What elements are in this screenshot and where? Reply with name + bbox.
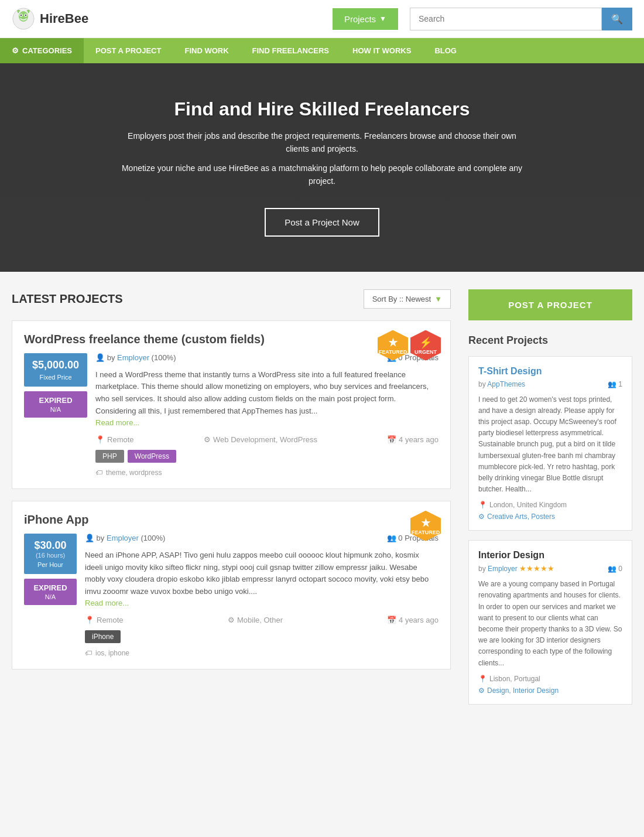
nav-categories-label: CATEGORIES bbox=[22, 46, 72, 55]
location-2: 📍 Remote bbox=[85, 616, 124, 624]
recent-author-1: by AppThemes bbox=[478, 380, 525, 388]
card-desc-1: I need a WordPress theme that instantly … bbox=[95, 369, 439, 418]
nav-blog[interactable]: BLOG bbox=[423, 38, 468, 63]
recent-card-desc-1: I need to get 20 women's vest tops print… bbox=[478, 394, 622, 496]
tag-icon-1: 🏷 bbox=[95, 469, 102, 477]
time-ago-2: 📅 4 years ago bbox=[387, 616, 439, 624]
employer-pct-1: (100%) bbox=[152, 353, 176, 362]
hero-cta-label: Post a Project Now bbox=[285, 217, 359, 227]
user-icon-2: 👤 bbox=[85, 534, 94, 542]
card-footer-1: 📍 Remote ⚙ Web Development, WordPress 📅 … bbox=[95, 435, 439, 444]
hero-title: Find and Hire Skilled Freelancers bbox=[117, 98, 527, 120]
latest-projects-title: LATEST PROJECTS bbox=[12, 292, 123, 306]
logo-text: HireBee bbox=[40, 11, 88, 26]
projects-arrow-icon: ▼ bbox=[379, 15, 386, 23]
recent-location-1: 📍 London, United Kingdom bbox=[478, 501, 622, 509]
featured-badge: ★ FEATURED bbox=[378, 330, 408, 361]
recent-proposals-1: 👥 1 bbox=[608, 380, 622, 388]
price-type-2: Per Hour bbox=[32, 561, 68, 568]
search-input[interactable] bbox=[410, 8, 602, 30]
recent-card-2: Interior Design by Employer ★★★★★ 👥 0 We… bbox=[468, 540, 632, 705]
post-project-button[interactable]: POST A PROJECT bbox=[468, 289, 632, 320]
hero-section: Find and Hire Skilled Freelancers Employ… bbox=[0, 63, 644, 272]
logo-icon bbox=[12, 7, 35, 30]
recent-location-2: 📍 Lisbon, Portugal bbox=[478, 675, 622, 683]
project-title-2[interactable]: iPhone App bbox=[24, 513, 439, 527]
proposals-icon-2: 👥 bbox=[387, 534, 396, 542]
expired-box-2: EXPIRED N/A bbox=[24, 579, 77, 605]
price-col-1: $5,000.00 Fixed Price EXPIRED N/A bbox=[24, 353, 87, 477]
nav-how-it-works-label: HOW IT WORKS bbox=[352, 46, 411, 55]
nav-find-freelancers-label: FIND FREELANCERS bbox=[252, 46, 329, 55]
card-badges-2: ★ FEATURED bbox=[410, 511, 441, 541]
recent-author-link-1[interactable]: AppThemes bbox=[487, 380, 525, 388]
nav-categories[interactable]: ⚙ CATEGORIES bbox=[0, 38, 84, 63]
recent-card-title-1[interactable]: T-Shirt Design bbox=[478, 366, 622, 377]
card-badges-1: ★ FEATURED ⚡ URGENT bbox=[378, 330, 441, 361]
recent-category-1: ⚙ Creative Arts, Posters bbox=[478, 513, 622, 521]
price-type-1: Fixed Price bbox=[32, 374, 79, 381]
skill-tag-php[interactable]: PHP bbox=[95, 450, 124, 463]
nav-find-freelancers[interactable]: FIND FREELANCERS bbox=[241, 38, 341, 63]
recent-category-icon-2: ⚙ bbox=[478, 686, 485, 695]
price-amount-2: $30.00 bbox=[32, 539, 68, 552]
latest-projects-header: LATEST PROJECTS Sort By :: Newest ▼ bbox=[12, 289, 451, 309]
price-col-2: $30.00 (16 hours) Per Hour EXPIRED N/A bbox=[24, 534, 77, 657]
sort-button[interactable]: Sort By :: Newest ▼ bbox=[364, 289, 451, 309]
projects-btn-label: Projects bbox=[344, 14, 376, 24]
projects-button[interactable]: Projects ▼ bbox=[333, 8, 398, 30]
calendar-icon-1: 📅 bbox=[387, 435, 396, 444]
featured-badge-2: ★ FEATURED bbox=[410, 511, 441, 541]
sort-label: Sort By :: Newest bbox=[372, 295, 431, 303]
recent-card-meta-2: by Employer ★★★★★ 👥 0 bbox=[478, 564, 622, 573]
location-icon-1: 📍 bbox=[95, 435, 105, 444]
card-tags-2: 🏷 ios, iphone bbox=[85, 649, 439, 657]
calendar-icon-2: 📅 bbox=[387, 616, 396, 624]
employer-pct-2: (100%) bbox=[141, 534, 166, 542]
recent-author-2: by Employer ★★★★★ bbox=[478, 564, 554, 573]
nav-find-work-label: FIND WORK bbox=[184, 46, 228, 55]
project-title-1[interactable]: WordPress freelance theme (custom fields… bbox=[24, 333, 439, 346]
employer-info-2: 👤 by Employer (100%) bbox=[85, 534, 165, 542]
skill-tag-iphone[interactable]: iPhone bbox=[85, 630, 121, 643]
price-box-2: $30.00 (16 hours) Per Hour bbox=[24, 534, 77, 574]
nav-post-project-label: POST A PROJECT bbox=[95, 46, 161, 55]
search-bar: 🔍 bbox=[410, 8, 632, 30]
location-icon-2: 📍 bbox=[85, 616, 94, 624]
post-project-label: POST A PROJECT bbox=[508, 300, 592, 310]
employer-link-2[interactable]: Employer bbox=[107, 534, 139, 542]
employer-link-1[interactable]: Employer bbox=[117, 353, 149, 362]
nav-blog-label: BLOG bbox=[434, 46, 457, 55]
nav-find-work[interactable]: FIND WORK bbox=[173, 38, 240, 63]
left-column: LATEST PROJECTS Sort By :: Newest ▼ ★ FE… bbox=[12, 289, 468, 714]
nav-how-it-works[interactable]: HOW IT WORKS bbox=[341, 38, 423, 63]
recent-card-title-2[interactable]: Interior Design bbox=[478, 550, 622, 561]
time-ago-1: 📅 4 years ago bbox=[387, 435, 439, 444]
recent-proposals-2: 👥 0 bbox=[608, 565, 622, 573]
expired-label-1: EXPIRED bbox=[32, 396, 79, 405]
tag-icon-2: 🏷 bbox=[85, 649, 92, 657]
card-content-2: 👤 by Employer (100%) 👥 0 Proposals Need … bbox=[85, 534, 439, 657]
search-button[interactable]: 🔍 bbox=[602, 8, 632, 30]
user-icon-1: 👤 bbox=[95, 353, 105, 362]
logo: HireBee bbox=[12, 7, 321, 30]
categories-icon: ⚙ bbox=[12, 46, 19, 55]
recent-card-desc-2: We are a young company based in Portugal… bbox=[478, 579, 622, 669]
skill-tags-2: iPhone bbox=[85, 630, 439, 643]
svg-point-5 bbox=[25, 15, 26, 16]
read-more-1[interactable]: Read more... bbox=[95, 418, 139, 427]
hero-cta-button[interactable]: Post a Project Now bbox=[265, 208, 379, 237]
read-more-2[interactable]: Read more... bbox=[85, 599, 129, 607]
nav-post-project[interactable]: POST A PROJECT bbox=[84, 38, 173, 63]
price-box-1: $5,000.00 Fixed Price bbox=[24, 353, 87, 387]
skill-tag-wordpress[interactable]: WordPress bbox=[128, 450, 176, 463]
skills-2: ⚙ Mobile, Other bbox=[228, 616, 283, 624]
hero-line1: Employers post their jobs and describe t… bbox=[117, 129, 527, 156]
main-container: LATEST PROJECTS Sort By :: Newest ▼ ★ FE… bbox=[0, 272, 644, 732]
card-body-2: $30.00 (16 hours) Per Hour EXPIRED N/A 👤… bbox=[24, 534, 439, 657]
recent-author-link-2[interactable]: Employer bbox=[488, 565, 518, 573]
svg-point-4 bbox=[20, 15, 22, 16]
recent-card-meta-1: by AppThemes 👥 1 bbox=[478, 380, 622, 388]
main-nav: ⚙ CATEGORIES POST A PROJECT FIND WORK FI… bbox=[0, 38, 644, 63]
skill-tags-1: PHP WordPress bbox=[95, 450, 439, 463]
